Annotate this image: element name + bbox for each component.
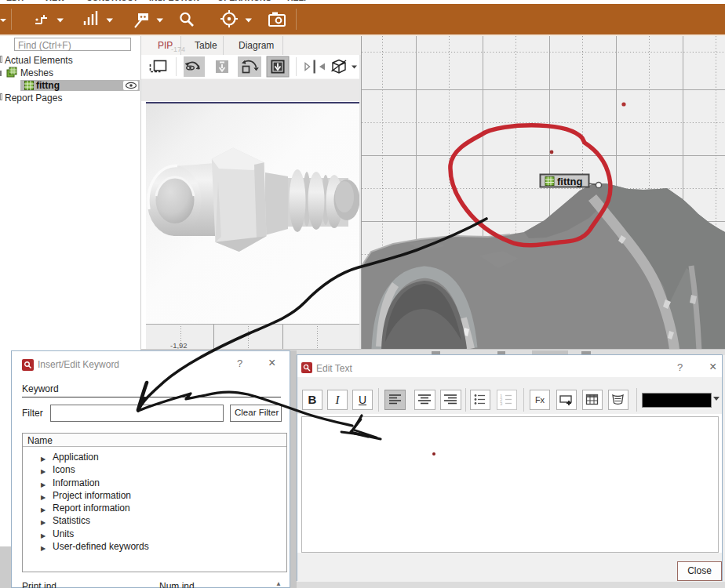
svg-text:3: 3 — [500, 401, 503, 406]
